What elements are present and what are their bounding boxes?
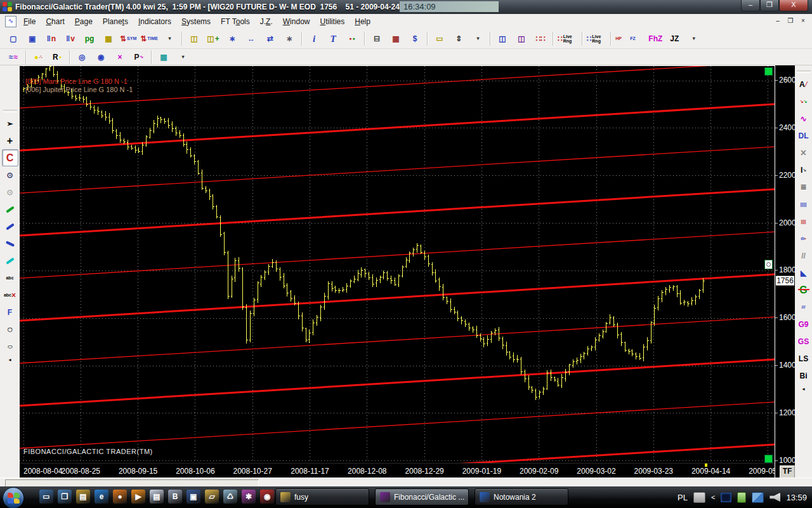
dollar-button[interactable]: $ [405,30,424,47]
mdi-close-button[interactable]: × [798,17,808,25]
display-icon[interactable]: ▣ [187,490,200,504]
menu-fttools[interactable]: FT Tools [216,15,254,28]
gs-tool[interactable]: GS [796,333,812,350]
menu-planets[interactable]: Planets [98,15,133,28]
more-caret[interactable]: ▾ [160,30,179,47]
launcher-b-icon[interactable]: B [168,490,182,504]
menu-utilities[interactable]: Utilities [316,15,350,28]
g9-tool[interactable]: G9 [796,316,812,333]
line-blue-tool[interactable] [2,218,18,235]
hp-fz-button[interactable]: HPFZ [613,30,646,47]
v-lines-blue-tool[interactable]: ||||| [796,196,812,213]
p-curve-button[interactable]: P∿ [129,49,148,65]
fan-lines-tool[interactable]: /// [796,298,812,316]
retrograde-button[interactable]: R● [48,49,67,65]
new-page-button[interactable]: ▢ [4,30,23,47]
mdi-restore-button[interactable]: ❐ [785,17,796,25]
window-switcher-icon[interactable]: ❐ [58,490,72,504]
ls-tool[interactable]: LS [796,350,812,367]
info-tool-button[interactable]: i [304,30,324,47]
show-desktop-icon[interactable]: ▭ [39,490,53,504]
jupiter-price-line[interactable] [20,232,775,278]
zoom-page-disabled-tool[interactable]: ⊙ [2,184,18,201]
planet-lines-button[interactable]: ≈≈ [4,49,23,65]
menu-systems[interactable]: Systems [177,15,215,28]
chart-plot[interactable] [20,66,775,463]
text-abc-tool[interactable]: abc [2,269,18,286]
menu-page[interactable]: Page [70,15,97,28]
compress-all-button[interactable]: ∗ [280,30,299,47]
power-icon[interactable] [737,492,746,503]
pointer-tool[interactable]: ➢ [2,115,18,132]
red-grid-button[interactable]: ∷∷ [531,30,550,47]
intraday-n-button[interactable]: ǁn [42,30,61,47]
time-button[interactable]: ⇅TIME [138,30,160,47]
folder-icon[interactable]: ▱ [205,490,219,504]
open-page-button[interactable]: ▣ [23,30,42,47]
recycle-bin-icon[interactable]: ♺ [223,490,237,504]
page-window-button[interactable]: ▦ [99,30,118,47]
c-magnet-tool[interactable]: C [2,149,18,166]
language-indicator[interactable]: PL [678,493,688,502]
symbol-button[interactable]: ⇅SYM [118,30,138,47]
triangle-hatch-tool[interactable]: ◣ [796,264,812,281]
red-ring-app-icon[interactable]: ◉ [260,490,274,504]
cascade-button[interactable]: ◫ [185,30,204,47]
scroll-marker-top[interactable] [764,67,773,76]
restore-button[interactable]: ❐ [760,0,779,11]
bar-width-button[interactable]: ↔ [242,30,261,47]
rings-button[interactable]: ◎ [72,49,91,65]
close-button[interactable]: X [779,0,808,11]
planet-wheel-button[interactable]: ◉ [91,49,110,65]
line-anchor-handle[interactable] [764,260,773,269]
mars-price-line[interactable] [20,104,775,150]
text-tool-button[interactable]: T [324,30,343,47]
angle-a-tool[interactable]: A╱ [796,76,812,93]
chart-layout2-button[interactable]: ◫ [512,30,531,47]
cross-lines-tool[interactable]: × [796,144,812,161]
jupiter-price-line[interactable] [20,147,775,193]
f-label-tool[interactable]: F [2,304,18,321]
chart-layout-button[interactable]: ◫ [493,30,512,47]
line-blue2-tool[interactable] [2,235,18,252]
notepad-icon[interactable]: ▤ [150,490,164,504]
crosshair-tool[interactable]: + [2,132,18,149]
circle-tool[interactable]: ○ [2,321,18,338]
traffic-light-button[interactable]: ●● [343,30,362,47]
aspect-lines-button[interactable]: × [110,49,129,65]
taskbar-clock[interactable]: 13:59 [786,493,807,502]
jupiter-price-line[interactable] [20,317,775,363]
taskbar-window-notowania-2[interactable]: Notowania 2 [475,488,568,505]
taskbar-window-fusy[interactable]: fusy [275,488,369,505]
print-button[interactable]: ⊟ [367,30,386,47]
menu-jz[interactable]: J.Z. [256,15,277,28]
strip-overflow-arrow[interactable]: ◂ [802,386,804,392]
live-range-red-button[interactable]: ∷Live Rng [556,30,579,47]
tools-caret[interactable]: ▾ [468,30,487,47]
diag-pair-tool[interactable]: // [796,247,812,264]
cascade-new-button[interactable]: ◫+ [204,30,223,47]
pen-cyan-tool[interactable] [2,252,18,269]
palette-app-icon[interactable]: ✱ [242,490,256,504]
jz-caret[interactable]: ▾ [684,30,703,47]
pg-button[interactable]: pg [80,30,99,47]
zoom-page-tool[interactable]: ⊙ [2,166,18,184]
compress-bars-button[interactable]: ∗ [223,30,242,47]
timeframe-button[interactable]: TF [780,465,795,478]
network-icon[interactable] [752,492,764,503]
internet-explorer-icon[interactable]: e [95,490,108,504]
dl-tool[interactable]: DL [796,127,812,144]
explorer-icon[interactable]: ▤ [76,490,90,504]
start-button[interactable] [3,487,24,508]
menu-chart[interactable]: Chart [41,15,69,28]
h-lines-tool[interactable]: ≡ [796,178,812,196]
ellipse-tool[interactable]: ○ [2,338,18,355]
dot-grid-button[interactable]: ▦ [154,49,173,65]
jupiter-price-line[interactable] [20,66,775,108]
mars-price-line[interactable] [20,359,775,406]
grid-caret[interactable]: ▾ [173,49,192,65]
g-lines-tool[interactable]: G [796,281,812,298]
scroll-marker-bottom[interactable] [764,455,773,463]
price-pointer-button[interactable]: ⇕ [449,30,468,47]
text-abc-off-tool[interactable]: abc× [2,286,18,304]
